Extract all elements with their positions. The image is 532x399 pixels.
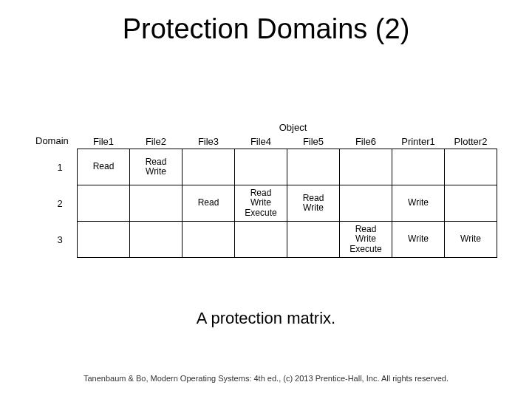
col-header: File4 [235, 134, 287, 149]
cell: Write [392, 185, 445, 222]
col-header: File6 [340, 134, 392, 149]
col-header: File3 [183, 134, 235, 149]
cell: Read [78, 149, 130, 185]
cell [78, 185, 130, 222]
cell [78, 222, 130, 258]
table-row: 1 Read ReadWrite [37, 149, 497, 185]
table-row: 2 Read ReadWriteExecute ReadWrite Write [37, 185, 497, 222]
cell [235, 149, 287, 185]
cell [340, 149, 392, 185]
cell [235, 222, 287, 258]
cell: Write [392, 222, 445, 258]
column-header-row: File1 File2 File3 File4 File5 File6 Prin… [37, 134, 497, 149]
matrix-table: File1 File2 File3 File4 File5 File6 Prin… [37, 134, 497, 258]
col-header: File5 [287, 134, 340, 149]
caption: A protection matrix. [0, 309, 532, 328]
cell [183, 222, 235, 258]
object-axis-label: Object [89, 122, 497, 133]
slide: Protection Domains (2) Object Domain Fil… [0, 0, 532, 399]
cell [183, 149, 235, 185]
cell [130, 185, 183, 222]
cell: ReadWriteExecute [340, 222, 392, 258]
cell [287, 222, 340, 258]
cell [392, 149, 445, 185]
cell [340, 185, 392, 222]
col-header: File1 [78, 134, 130, 149]
cell: ReadWrite [130, 149, 183, 185]
table-row: 3 ReadWriteExecute Write Write [37, 222, 497, 258]
cell [445, 149, 497, 185]
cell: ReadWrite [287, 185, 340, 222]
cell [287, 149, 340, 185]
protection-matrix: Object Domain File1 File2 File3 File4 Fi… [37, 122, 497, 258]
cell [445, 185, 497, 222]
row-header: 1 [37, 149, 78, 185]
cell: Read [183, 185, 235, 222]
slide-title: Protection Domains (2) [0, 13, 532, 45]
cell [130, 222, 183, 258]
col-header: Plotter2 [445, 134, 497, 149]
cell: Write [445, 222, 497, 258]
footer-credit: Tanenbaum & Bo, Modern Operating Systems… [0, 374, 532, 383]
row-header: 2 [37, 185, 78, 222]
cell: ReadWriteExecute [235, 185, 287, 222]
row-header: 3 [37, 222, 78, 258]
col-header: Printer1 [392, 134, 445, 149]
col-header: File2 [130, 134, 183, 149]
domain-axis-label: Domain [35, 135, 69, 146]
